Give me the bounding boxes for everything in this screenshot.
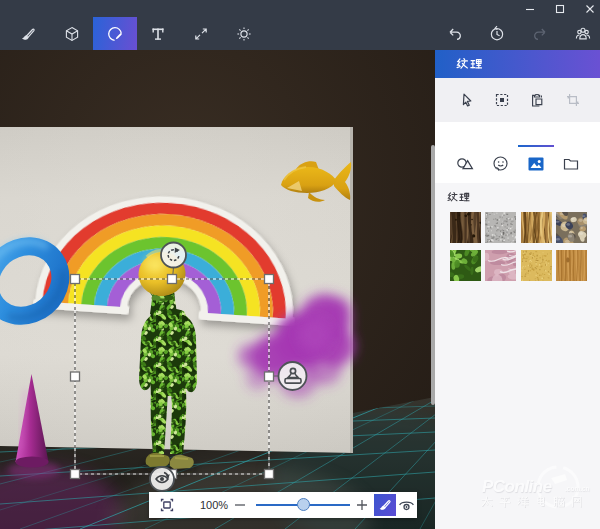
text-icon [149,25,167,43]
fit-to-view-button[interactable] [153,492,181,518]
selection-handle[interactable] [71,275,80,284]
brush-small-icon [377,497,393,513]
fit-icon [158,496,176,514]
close-button[interactable] [575,0,600,17]
watermark-cn [481,496,589,508]
undo-button[interactable] [433,17,477,50]
minimize-button[interactable] [515,0,545,17]
selection-handle[interactable] [265,275,274,284]
tool-stickers-selected[interactable] [93,17,137,50]
folder-icon [562,155,580,173]
panel-content: PConline .com.cn [435,183,600,529]
brush-icon [19,25,37,43]
texture-swatch-fur[interactable] [521,212,552,243]
tab-stickers[interactable] [482,144,518,183]
texture-swatch-leaves[interactable] [450,250,481,281]
image-icon [527,155,545,173]
zoom-slider-thumb[interactable] [297,498,310,511]
tab-custom[interactable] [553,144,589,183]
paint3d-window: 100% [0,0,600,529]
draw-tool-toggle-selected[interactable] [374,494,396,516]
paste-icon [529,92,545,108]
maximize-button[interactable] [545,0,575,17]
selection-handle[interactable] [71,470,80,479]
minimize-icon [525,4,535,14]
smiley-sticker-icon [491,154,510,173]
zoom-toolbar: 100% [149,492,417,518]
texture-swatch-pebbles[interactable] [556,212,587,243]
show-hide-button[interactable] [396,492,417,518]
close-icon [585,4,595,14]
effects-icon [235,25,253,43]
maximize-icon [555,4,565,14]
redo-icon [530,24,550,44]
marquee-icon [494,92,510,108]
zoom-slider[interactable] [252,492,354,518]
redo-button-disabled[interactable] [518,17,562,50]
selection-handle[interactable] [265,470,274,479]
panel-title [456,58,483,70]
scene-3d [0,50,435,529]
side-panel: PConline .com.cn [435,50,600,529]
sticker-icon [105,24,125,44]
cursor-icon [459,92,475,108]
tool-text[interactable] [136,17,180,50]
selection-handle[interactable] [168,275,177,284]
tilt-button[interactable] [150,467,174,491]
tool-brushes[interactable] [6,17,50,50]
minus-icon [233,498,247,512]
tool-effects[interactable] [222,17,266,50]
selection-handle[interactable] [265,372,274,381]
tab-textures-selected[interactable] [518,144,554,183]
texture-swatch-marble[interactable] [485,250,516,281]
watermark-domain: .com.cn [565,485,590,492]
watermark: PConline .com.cn [479,464,597,514]
zoom-out-button[interactable] [229,492,251,518]
select-tool-button[interactable] [453,86,481,114]
selection-handle[interactable] [71,372,80,381]
texture-swatch-sand[interactable] [521,250,552,281]
canvas-scrollbar[interactable] [431,145,435,405]
people-icon [573,24,593,44]
cube-icon [63,25,81,43]
panel-tools-row [435,78,600,122]
plus-icon [355,498,369,512]
stamp-button[interactable] [279,362,307,390]
zoom-in-button[interactable] [351,492,373,518]
panel-tabs [435,122,600,183]
texture-swatch-granite[interactable] [485,212,516,243]
texture-swatch-wood[interactable] [556,250,587,281]
history-icon [487,24,507,44]
title-bar [0,0,600,17]
history-button[interactable] [475,17,519,50]
paste-button[interactable] [523,86,551,114]
panel-header [435,50,600,78]
eye-icon [397,496,416,515]
crop-icon [565,92,581,108]
tab-shapes[interactable] [447,144,483,183]
watermark-brand: PConline [482,477,552,497]
crop-button-disabled[interactable] [559,86,587,114]
feedback-button[interactable] [561,17,600,50]
tool-3d-shapes[interactable] [50,17,94,50]
canvas-viewport[interactable]: 100% [0,50,435,529]
rotate-button[interactable] [161,243,186,268]
canvas-icon [192,25,210,43]
texture-swatch-bark[interactable] [450,212,481,243]
shapes-icon [455,155,475,173]
main-toolbar [0,17,600,50]
undo-icon [445,24,465,44]
texture-section-label [447,191,471,203]
tool-canvas[interactable] [179,17,223,50]
marquee-select-button[interactable] [488,86,516,114]
